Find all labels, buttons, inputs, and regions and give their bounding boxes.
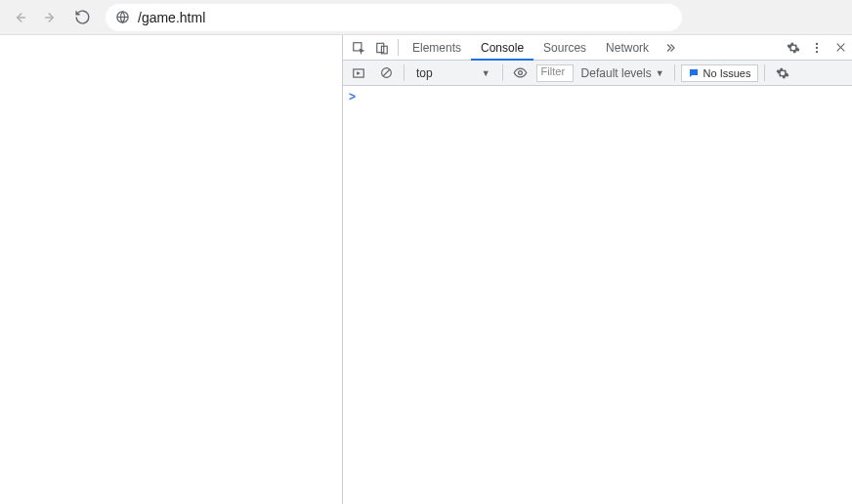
divider (404, 64, 405, 81)
chevron-down-icon: ▼ (482, 68, 490, 78)
execution-context-selector[interactable]: top ▼ (410, 63, 496, 83)
context-label: top (416, 66, 433, 80)
url-text: /game.html (138, 10, 205, 25)
back-button[interactable] (6, 4, 33, 31)
svg-point-7 (816, 42, 818, 44)
arrow-left-icon (11, 9, 28, 26)
tab-sources[interactable]: Sources (533, 35, 596, 60)
filter-placeholder: Filter (541, 65, 565, 77)
clear-console-button[interactable] (374, 66, 398, 79)
devtools-menu-button[interactable] (805, 35, 829, 60)
arrow-right-icon (42, 9, 60, 26)
devtools-panel: Elements Console Sources Network (342, 35, 852, 504)
svg-point-8 (816, 46, 818, 48)
tab-elements[interactable]: Elements (403, 35, 471, 60)
gear-icon (776, 66, 789, 80)
close-icon (834, 41, 847, 54)
tab-console[interactable]: Console (471, 35, 533, 60)
address-bar[interactable]: /game.html (106, 4, 682, 31)
tab-label: Console (481, 41, 524, 55)
issues-icon (688, 67, 700, 79)
svg-rect-5 (377, 43, 384, 52)
devtools-tabstrip: Elements Console Sources Network (343, 35, 852, 61)
levels-label: Default levels (581, 66, 652, 80)
divider (764, 64, 765, 81)
tab-network[interactable]: Network (596, 35, 659, 60)
live-expression-button[interactable] (509, 65, 532, 80)
more-tabs-button[interactable] (659, 35, 682, 60)
content-split: Elements Console Sources Network (0, 35, 852, 504)
divider (674, 64, 675, 81)
inspect-icon (352, 41, 365, 55)
forward-button[interactable] (37, 4, 64, 31)
device-icon (375, 41, 389, 55)
divider (398, 39, 399, 56)
page-viewport (0, 35, 342, 504)
kebab-icon (810, 41, 824, 55)
device-toggle-button[interactable] (370, 35, 394, 60)
issues-label: No Issues (703, 67, 751, 79)
console-filter-input[interactable]: Filter (536, 64, 574, 82)
chevron-down-icon: ▼ (656, 68, 664, 78)
chevrons-right-icon (663, 41, 677, 55)
eye-icon (513, 65, 528, 80)
issues-button[interactable]: No Issues (681, 64, 758, 82)
svg-point-15 (519, 71, 523, 75)
reload-icon (74, 9, 91, 25)
clear-icon (380, 66, 393, 79)
inspect-element-button[interactable] (347, 35, 370, 60)
svg-line-14 (383, 69, 390, 76)
console-sidebar-toggle[interactable] (347, 66, 370, 80)
tab-label: Elements (412, 41, 461, 55)
console-toolbar: top ▼ Filter Default levels ▼ No Issues (343, 61, 852, 86)
console-settings-button[interactable] (771, 66, 794, 80)
tab-label: Sources (543, 41, 586, 55)
gear-icon (787, 41, 800, 55)
tab-label: Network (606, 41, 649, 55)
svg-point-9 (816, 50, 818, 52)
console-prompt-caret: > (349, 90, 356, 104)
sidebar-toggle-icon (352, 66, 365, 80)
reload-button[interactable] (68, 4, 96, 31)
devtools-close-button[interactable] (829, 35, 852, 60)
globe-icon (115, 10, 130, 24)
console-output[interactable]: > (343, 86, 852, 504)
devtools-settings-button[interactable] (782, 35, 805, 60)
browser-toolbar: /game.html (0, 0, 852, 35)
divider (502, 64, 503, 81)
log-levels-selector[interactable]: Default levels ▼ (577, 66, 668, 80)
